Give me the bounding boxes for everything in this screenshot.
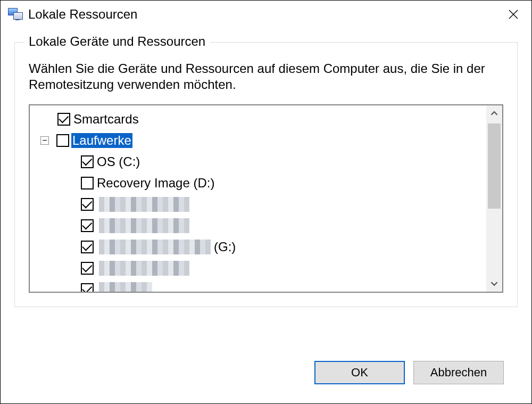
titlebar: Lokale Ressourcen <box>1 1 531 28</box>
tree-checkbox[interactable] <box>81 262 94 275</box>
device-tree-pane: Smartcards−LaufwerkeOS (C:)Recovery Imag… <box>29 104 503 293</box>
scroll-down-button[interactable] <box>486 276 502 292</box>
redacted-label <box>99 240 211 254</box>
redacted-label <box>99 282 152 292</box>
cancel-button[interactable]: Abbrechen <box>413 361 504 384</box>
device-tree[interactable]: Smartcards−LaufwerkeOS (C:)Recovery Imag… <box>30 105 486 292</box>
tree-node-label: Recovery Image (D:) <box>96 176 215 191</box>
tree-node[interactable] <box>30 279 486 292</box>
chevron-down-icon <box>491 280 498 287</box>
dialog-body: Lokale Geräte und Ressourcen Wählen Sie … <box>1 28 531 403</box>
tree-parent-node[interactable]: −Laufwerke <box>30 130 486 151</box>
ok-button[interactable]: OK <box>314 361 405 384</box>
tree-checkbox[interactable] <box>81 241 94 253</box>
dialog-window: Lokale Ressourcen Lokale Geräte und Ress… <box>0 0 532 404</box>
tree-checkbox[interactable] <box>56 134 69 147</box>
redacted-label <box>99 218 189 233</box>
tree-checkbox[interactable] <box>57 113 70 126</box>
tree-node[interactable]: OS (C:) <box>30 151 486 172</box>
tree-node-label: Laufwerke <box>71 133 132 148</box>
tree-checkbox[interactable] <box>81 219 94 232</box>
scrollbar-vertical[interactable] <box>486 105 502 292</box>
tree-expander[interactable]: − <box>40 136 49 145</box>
tree-node[interactable] <box>30 258 486 279</box>
tree-node[interactable]: Recovery Image (D:) <box>30 172 486 194</box>
window-title: Lokale Ressourcen <box>28 7 137 22</box>
close-button[interactable] <box>497 1 529 28</box>
tree-node[interactable]: (G:) <box>30 236 486 258</box>
local-resources-groupbox: Lokale Geräte und Ressourcen Wählen Sie … <box>14 42 518 307</box>
tree-checkbox[interactable] <box>81 198 94 211</box>
tree-checkbox[interactable] <box>81 283 94 292</box>
groupbox-legend: Lokale Geräte und Ressourcen <box>24 34 210 49</box>
tree-node[interactable] <box>30 194 486 215</box>
tree-node-suffix: (G:) <box>214 240 236 254</box>
dialog-button-row: OK Abbrechen <box>14 349 518 398</box>
tree-node[interactable] <box>30 215 486 236</box>
scroll-track[interactable] <box>486 121 502 276</box>
redacted-label <box>99 197 189 212</box>
rdp-monitor-icon <box>8 8 23 21</box>
chevron-up-icon <box>491 110 498 117</box>
scroll-up-button[interactable] <box>486 105 502 121</box>
redacted-label <box>99 261 189 276</box>
tree-checkbox[interactable] <box>81 177 94 189</box>
close-icon <box>508 9 519 20</box>
scroll-thumb[interactable] <box>488 123 501 209</box>
tree-node-label: Smartcards <box>72 112 140 127</box>
tree-checkbox[interactable] <box>81 155 94 168</box>
tree-node[interactable]: Smartcards <box>30 109 486 130</box>
tree-node-label: OS (C:) <box>96 154 141 169</box>
groupbox-description: Wählen Sie die Geräte und Ressourcen auf… <box>29 61 503 93</box>
